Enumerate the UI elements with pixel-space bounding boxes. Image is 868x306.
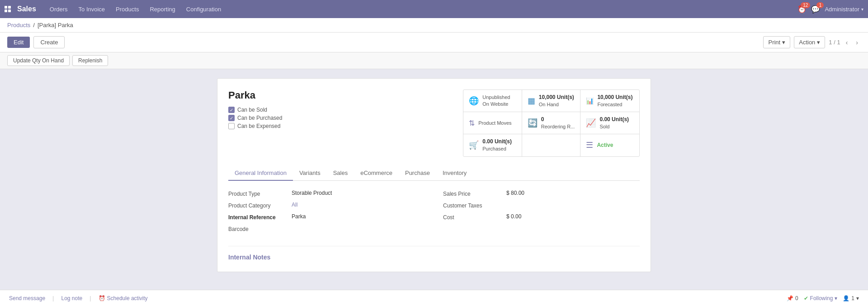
product-name: Parka bbox=[228, 89, 454, 101]
active-icon: ☰ bbox=[586, 140, 593, 150]
stat-website-line2: On Website bbox=[482, 101, 510, 108]
field-barcode: Barcode bbox=[228, 225, 425, 232]
sold-icon: 📈 bbox=[586, 118, 596, 128]
breadcrumb-current: [Parka] Parka bbox=[38, 22, 73, 28]
update-qty-button[interactable]: Update Qty On Hand bbox=[7, 55, 70, 66]
stat-website-line1: Unpublished bbox=[482, 94, 510, 101]
tab-purchase[interactable]: Purchase bbox=[399, 166, 436, 181]
messages-badge[interactable]: ⏰ 12 bbox=[797, 5, 807, 14]
tab-ecommerce[interactable]: eCommerce bbox=[354, 166, 399, 181]
product-tabs: General Information Variants Sales eComm… bbox=[228, 166, 640, 181]
stat-reorder-label: Reordering R... bbox=[541, 123, 575, 130]
menu-products[interactable]: Products bbox=[111, 3, 143, 15]
prev-record-button[interactable]: ‹ bbox=[843, 38, 851, 47]
user-menu[interactable]: Administrator ▾ bbox=[825, 6, 863, 13]
main-content: Parka Can be Sold Can be Purchased Can b… bbox=[0, 69, 868, 294]
cart-icon: 🛒 bbox=[469, 140, 479, 150]
stat-reordering[interactable]: 🔄 0 Reordering R... bbox=[522, 112, 581, 134]
field-product-type-label: Product Type bbox=[228, 190, 287, 197]
check-can-be-sold[interactable] bbox=[228, 107, 235, 113]
check-purchased-label: Can be Purchased bbox=[237, 115, 282, 121]
stat-active-label: Active bbox=[597, 142, 613, 148]
stat-product-moves[interactable]: ⇅ Product Moves bbox=[463, 112, 522, 134]
chat-badge[interactable]: 💬 1 bbox=[811, 5, 820, 14]
stat-forecasted[interactable]: 📊 10,000 Unit(s) Forecasted bbox=[580, 90, 639, 112]
menu-orders[interactable]: Orders bbox=[45, 3, 72, 15]
check-can-be-expensed-row: Can be Expensed bbox=[228, 123, 454, 129]
field-cost-value: $ 0.00 bbox=[506, 213, 521, 220]
moves-icon: ⇅ bbox=[469, 119, 475, 127]
check-can-be-purchased-row: Can be Purchased bbox=[228, 115, 454, 121]
stat-active[interactable]: ☰ Active bbox=[580, 134, 639, 156]
stat-purchased-label: Purchased bbox=[482, 146, 512, 152]
stat-on-hand[interactable]: ▦ 10,000 Unit(s) On Hand bbox=[522, 90, 581, 112]
field-product-category-label: Product Category bbox=[228, 202, 287, 209]
secondary-toolbar: Update Qty On Hand Replenish bbox=[0, 52, 868, 69]
main-menu: Orders To Invoice Products Reporting Con… bbox=[45, 3, 226, 15]
product-header-left: Parka Can be Sold Can be Purchased Can b… bbox=[228, 89, 454, 157]
field-sales-price: Sales Price $ 80.00 bbox=[443, 190, 640, 197]
tab-sales[interactable]: Sales bbox=[327, 166, 354, 181]
pagination-text: 1 / 1 bbox=[829, 39, 840, 46]
print-button[interactable]: Print ▾ bbox=[763, 36, 790, 48]
stat-website[interactable]: 🌐 Unpublished On Website bbox=[463, 90, 522, 112]
tab-general-information[interactable]: General Information bbox=[228, 166, 293, 181]
topnav: Sales Orders To Invoice Products Reporti… bbox=[0, 0, 868, 18]
create-button[interactable]: Create bbox=[33, 36, 65, 48]
print-chevron-icon: ▾ bbox=[782, 39, 785, 46]
stat-empty bbox=[522, 134, 581, 156]
pagination-controls: 1 / 1 ‹ › bbox=[829, 38, 861, 47]
stat-moves-label: Product Moves bbox=[478, 120, 511, 127]
breadcrumb: Products / [Parka] Parka bbox=[0, 18, 868, 33]
replenish-button[interactable]: Replenish bbox=[72, 55, 108, 66]
tab-inventory[interactable]: Inventory bbox=[436, 166, 473, 181]
breadcrumb-parent[interactable]: Products bbox=[7, 22, 30, 28]
field-cost: Cost $ 0.00 bbox=[443, 213, 640, 221]
edit-button[interactable]: Edit bbox=[7, 37, 30, 48]
stat-sold-label: Sold bbox=[599, 123, 629, 130]
menu-configuration[interactable]: Configuration bbox=[182, 3, 226, 15]
check-can-be-purchased[interactable] bbox=[228, 115, 235, 121]
field-customer-taxes-label: Customer Taxes bbox=[443, 202, 502, 209]
product-card: Parka Can be Sold Can be Purchased Can b… bbox=[217, 78, 651, 272]
footer-bar: Send message | Log note | ⏰ Schedule act… bbox=[0, 290, 868, 294]
field-customer-taxes: Customer Taxes bbox=[443, 202, 640, 209]
action-chevron-icon: ▾ bbox=[817, 39, 820, 46]
field-internal-reference: Internal Reference Parka bbox=[228, 213, 425, 221]
product-checks: Can be Sold Can be Purchased Can be Expe… bbox=[228, 107, 454, 129]
field-cost-label: Cost bbox=[443, 213, 502, 221]
stat-sold[interactable]: 📈 0.00 Unit(s) Sold bbox=[580, 112, 639, 134]
field-sales-price-label: Sales Price bbox=[443, 190, 502, 197]
stat-onhand-label: On Hand bbox=[539, 101, 574, 108]
check-can-be-sold-row: Can be Sold bbox=[228, 107, 454, 113]
tab-variants[interactable]: Variants bbox=[293, 166, 327, 181]
user-name: Administrator bbox=[825, 6, 859, 13]
field-internal-ref-label: Internal Reference bbox=[228, 213, 287, 221]
field-product-type: Product Type Storable Product bbox=[228, 190, 425, 197]
warehouse-icon: ▦ bbox=[528, 96, 535, 106]
menu-to-invoice[interactable]: To Invoice bbox=[74, 3, 110, 15]
print-label: Print bbox=[768, 39, 780, 46]
action-button[interactable]: Action ▾ bbox=[794, 36, 825, 48]
field-barcode-label: Barcode bbox=[228, 225, 287, 232]
stat-onhand-value: 10,000 Unit(s) bbox=[539, 94, 574, 100]
check-sold-label: Can be Sold bbox=[237, 107, 267, 113]
product-header: Parka Can be Sold Can be Purchased Can b… bbox=[228, 89, 640, 157]
stat-purchased[interactable]: 🛒 0.00 Unit(s) Purchased bbox=[463, 134, 522, 156]
app-logo[interactable] bbox=[5, 6, 11, 12]
menu-reporting[interactable]: Reporting bbox=[145, 3, 179, 15]
check-expensed-label: Can be Expensed bbox=[237, 123, 280, 129]
chevron-down-icon: ▾ bbox=[861, 7, 863, 12]
form-right: Sales Price $ 80.00 Customer Taxes Cost … bbox=[443, 190, 640, 237]
internal-notes-title: Internal Notes bbox=[228, 246, 640, 261]
next-record-button[interactable]: › bbox=[853, 38, 861, 47]
field-product-category-value[interactable]: All bbox=[292, 202, 297, 208]
reorder-icon: 🔄 bbox=[528, 118, 538, 128]
action-bar: Edit Create Print ▾ Action ▾ 1 / 1 ‹ › bbox=[0, 33, 868, 52]
stat-purchased-value: 0.00 Unit(s) bbox=[482, 138, 512, 145]
stat-forecasted-label: Forecasted bbox=[597, 101, 632, 108]
stats-grid: 🌐 Unpublished On Website ▦ 10,000 Unit(s… bbox=[463, 89, 640, 157]
app-name: Sales bbox=[17, 5, 36, 13]
check-can-be-expensed[interactable] bbox=[228, 123, 235, 129]
form-left: Product Type Storable Product Product Ca… bbox=[228, 190, 425, 237]
